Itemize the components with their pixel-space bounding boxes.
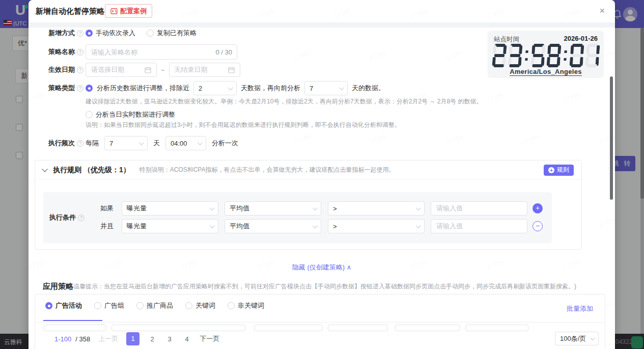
- help-icon[interactable]: ?: [77, 49, 83, 56]
- condition-row: 并且 曝光量 平均值 > 请输入值 −: [43, 219, 552, 233]
- analyze-days-select[interactable]: 7: [304, 81, 348, 95]
- help-icon[interactable]: ?: [77, 30, 83, 37]
- metric-select[interactable]: 曝光量: [122, 219, 218, 233]
- close-icon[interactable]: ×: [599, 6, 605, 16]
- radio-realtime-analysis[interactable]: [86, 111, 93, 118]
- pagination-range: 1-100: [54, 335, 71, 343]
- tab-radio: [45, 302, 52, 309]
- add-method-label-text: 新增方式: [48, 29, 75, 38]
- tab-ad-group[interactable]: 广告组: [94, 301, 124, 310]
- tab-label: 关键词: [195, 301, 215, 310]
- start-date-input[interactable]: 请选择日期: [86, 63, 157, 77]
- apply-title: 应用策略: [43, 282, 73, 291]
- metric-value: 曝光量: [127, 222, 147, 231]
- chevron-up-icon: ∧: [347, 263, 352, 271]
- end-date-input[interactable]: 无结束日期: [169, 63, 240, 77]
- strategy-type-option2: 分析当日实时数据进行调整: [86, 110, 175, 119]
- filter-input-partial[interactable]: [395, 325, 460, 331]
- radio-history-analysis[interactable]: [86, 85, 93, 92]
- page-button-1[interactable]: 1: [126, 332, 139, 345]
- page-button-2[interactable]: 2: [148, 335, 157, 343]
- frequency-days-select[interactable]: 7: [104, 136, 148, 150]
- operator-select[interactable]: >: [328, 201, 425, 216]
- chevron-down-icon: [313, 223, 318, 228]
- frequency-time-select[interactable]: 04:00: [165, 136, 206, 150]
- add-method-label: 新增方式?: [29, 26, 83, 40]
- tab-radio: [185, 302, 192, 309]
- help-icon[interactable]: ?: [77, 140, 83, 147]
- aggregate-select[interactable]: 平均值: [225, 219, 321, 233]
- value-placeholder: 请输入值: [436, 222, 463, 231]
- apply-tabs: 广告活动 广告组 推广商品 关键词 非关键词: [45, 301, 264, 310]
- operator-value: >: [333, 223, 337, 230]
- filter-input-partial[interactable]: [254, 325, 323, 331]
- value-input[interactable]: 请输入值: [431, 219, 527, 233]
- add-method-options: 手动依次录入 复制已有策略: [86, 26, 197, 40]
- filter-input-partial[interactable]: [44, 325, 106, 331]
- modal-scrollbar-thumb[interactable]: [610, 76, 613, 200]
- manual-entry-label[interactable]: 手动依次录入: [96, 29, 135, 38]
- frequency-label: 执行频次?: [29, 136, 83, 150]
- metric-select[interactable]: 曝光量: [122, 201, 218, 216]
- collapse-chevron-icon[interactable]: [42, 166, 47, 172]
- prev-page-button[interactable]: 上一页: [98, 334, 118, 343]
- remove-condition-button[interactable]: −: [533, 221, 543, 231]
- add-condition-button[interactable]: +: [533, 203, 543, 213]
- calendar-icon: [228, 67, 235, 73]
- example-icon: [110, 8, 118, 14]
- batch-add-link[interactable]: 批量添加: [567, 304, 593, 313]
- strategy-name-input[interactable]: [86, 44, 237, 60]
- value-input[interactable]: 请输入值: [431, 201, 527, 216]
- realtime-label[interactable]: 分析当日实时数据进行调整: [96, 110, 175, 119]
- tab-non-keyword[interactable]: 非关键词: [228, 301, 264, 310]
- aggregate-select[interactable]: 平均值: [225, 201, 321, 216]
- tab-promoted-product[interactable]: 推广商品: [136, 301, 173, 310]
- chevron-down-icon: [590, 335, 595, 340]
- exclude-days-select[interactable]: 2: [193, 81, 237, 95]
- plus-circle-icon: +: [548, 167, 554, 173]
- modal-title: 新增自动化暂停策略: [36, 7, 104, 16]
- next-page-button[interactable]: 下一页: [200, 334, 219, 343]
- active-tab-underline: [43, 320, 102, 321]
- strategy-name-label: 策略名称?: [29, 44, 83, 60]
- apply-title-row: 应用策略 温馨提示：当您在亚马逊后台新增的广告应用策略时搜索不到，可前往对应广告…: [43, 282, 576, 291]
- tab-campaign[interactable]: 广告活动: [45, 301, 82, 310]
- tab-label: 推广商品: [147, 301, 173, 310]
- chevron-down-icon: [416, 223, 421, 228]
- frequency-unit: 天: [153, 139, 160, 148]
- config-example-button[interactable]: 配置案例: [105, 4, 152, 18]
- radio-manual-entry[interactable]: [86, 30, 93, 37]
- filter-input-partial[interactable]: [465, 325, 528, 331]
- frequency-label-text: 执行频次: [48, 139, 75, 148]
- add-rule-label: 规则: [557, 166, 569, 174]
- filter-input-partial[interactable]: [111, 325, 245, 331]
- help-icon[interactable]: ?: [77, 67, 83, 73]
- copy-strategy-label[interactable]: 复制已有策略: [157, 29, 197, 38]
- radio-copy-strategy[interactable]: [147, 30, 154, 37]
- tabs-divider: [35, 322, 605, 323]
- help-icon[interactable]: ?: [77, 85, 83, 92]
- tab-radio: [94, 302, 101, 309]
- apply-card: 广告活动 广告组 推广商品 关键词 非关键词 批量添加 1-100 / 358 …: [35, 294, 605, 349]
- config-example-label: 配置案例: [120, 7, 147, 16]
- collapse-link[interactable]: 隐藏 (仅创建策略) ∧: [29, 263, 615, 272]
- tab-keyword[interactable]: 关键词: [185, 301, 215, 310]
- add-rule-button[interactable]: + 规则: [544, 165, 574, 176]
- aggregate-value: 平均值: [230, 204, 249, 213]
- strategy-type-option1: 分析历史数据进行调整，排除近 2 天数据，再向前分析 7 天的数据。: [86, 81, 385, 95]
- rules-card: 执行规则 （优先级：1） 特别说明：ACOS和CPA指标，有点击不出单，会算做无…: [35, 160, 582, 250]
- condition-prefix: 并且: [100, 219, 114, 233]
- operator-select[interactable]: >: [328, 219, 425, 233]
- page-button-3[interactable]: 3: [165, 335, 174, 343]
- clock-digits: [487, 44, 604, 67]
- tab-radio: [228, 302, 235, 309]
- page-button-4[interactable]: 4: [182, 335, 191, 343]
- date-range: 请选择日期 ~ 无结束日期: [86, 63, 240, 77]
- effective-date-label: 生效日期?: [29, 63, 83, 77]
- strategy-type-label-text: 策略类型: [48, 84, 75, 93]
- filter-input-partial[interactable]: [328, 325, 388, 331]
- page-size-select[interactable]: 100条/页: [555, 332, 599, 345]
- rules-note: 特别说明：ACOS和CPA指标，有点击不出单，会算做无穷大，建议搭配点击量指标一…: [139, 166, 395, 174]
- frequency-suffix: 分析一次: [212, 139, 238, 148]
- pagination: 1-100 / 358 上一页 1 2 3 4 下一页: [54, 332, 219, 346]
